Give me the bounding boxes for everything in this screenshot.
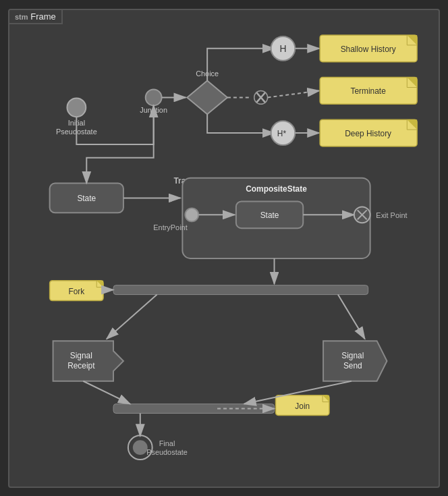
signal-receipt-label2: Receipt	[67, 360, 95, 370]
terminate-to-note-arrow	[268, 90, 320, 97]
final-pseudostate-label2: Pseudostate	[146, 448, 188, 456]
diagram-svg: Initial Pseudostate Junction Choice H Sh…	[9, 10, 439, 487]
deep-history-text: Deep History	[345, 129, 391, 138]
frame-label: stm Frame	[9, 10, 63, 24]
exit-point-label: Exit Point	[376, 211, 407, 219]
terminate-text: Terminate	[351, 86, 387, 96]
state-left-label: State	[77, 194, 96, 203]
fork-to-signal-receipt-arrow	[107, 294, 157, 339]
frame-name: Frame	[30, 11, 56, 22]
fork-text: Fork	[68, 286, 84, 296]
final-pseudostate-label1: Final	[159, 439, 175, 447]
shallow-history-text: Shallow History	[341, 44, 396, 53]
fork-to-signal-send-arrow	[338, 294, 365, 339]
signal-receipt-label1: Signal	[70, 350, 92, 360]
junction-circle	[146, 89, 162, 105]
terminate-x	[254, 90, 268, 104]
inner-state-label: State	[260, 211, 279, 220]
choice-to-hstar-arrow	[207, 114, 274, 133]
frame-keyword: stm	[15, 13, 28, 21]
choice-diamond	[187, 80, 227, 114]
h-label: H	[279, 43, 286, 53]
entry-point-label: EntryPoint	[153, 223, 187, 231]
composite-state-label: CompositeState	[246, 184, 307, 193]
signal-send-label1: Signal	[341, 350, 364, 360]
final-pseudostate-inner	[133, 440, 148, 455]
join-text: Join	[295, 401, 310, 410]
initial-pseudostate-circle	[67, 98, 86, 117]
hstar-label: H*	[277, 129, 287, 138]
fork-bar	[113, 285, 368, 294]
diagram-frame: stm Frame Initial Pseudostate Junction C…	[8, 9, 440, 488]
signal-receipt-to-join-arrow	[83, 381, 130, 404]
entry-point-circle	[185, 208, 198, 221]
signal-send-label2: Send	[343, 360, 362, 370]
